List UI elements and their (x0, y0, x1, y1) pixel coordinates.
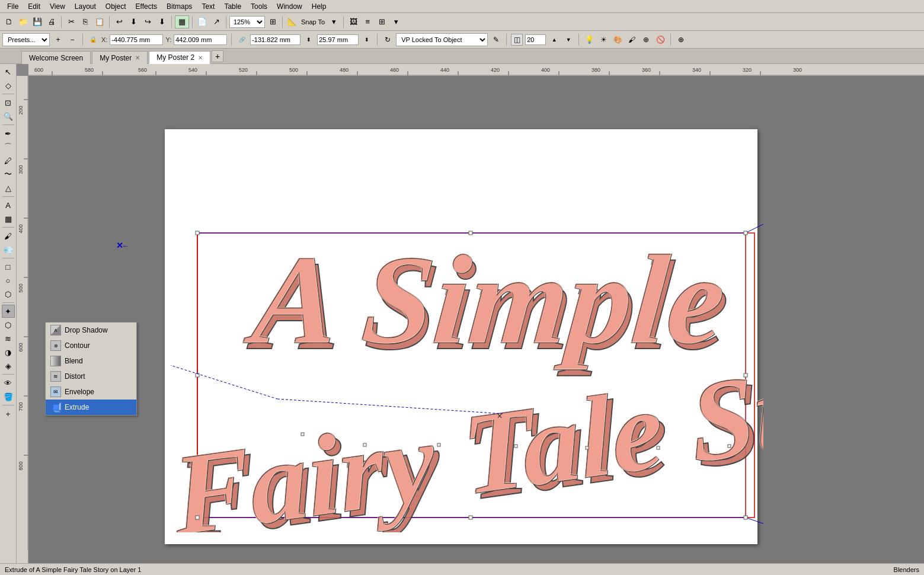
menu-edit[interactable]: Edit (23, 1, 45, 12)
menu-bitmaps[interactable]: Bitmaps (162, 1, 197, 12)
tab-my-poster-2[interactable]: My Poster 2 ✕ (149, 51, 210, 64)
distort-tool[interactable]: ≋ (2, 332, 15, 345)
height-arrows[interactable]: ⬍ (361, 34, 373, 46)
import-button[interactable]: ▦ (175, 15, 189, 28)
size-lock[interactable]: 🔗 (236, 34, 248, 46)
menu-tools[interactable]: Tools (246, 1, 272, 12)
transform-btn[interactable]: ↻ (382, 34, 394, 46)
width-input[interactable] (250, 34, 300, 45)
tab-my-poster[interactable]: My Poster ✕ (92, 51, 148, 64)
bspline-tool[interactable]: 〜 (2, 168, 15, 181)
clear-btn[interactable]: 🚫 (654, 34, 666, 46)
view-btn3[interactable]: ⊞ (375, 15, 388, 28)
ctx-contour[interactable]: ⊕ Contour (46, 338, 136, 353)
undo-arrow[interactable]: ⬇ (127, 15, 140, 28)
menu-layout[interactable]: Layout (70, 1, 101, 12)
shape-tool[interactable]: ◇ (2, 79, 15, 92)
zoom-select[interactable]: 125% 100% 150% (229, 16, 265, 28)
view-dropdown[interactable]: ▾ (389, 15, 402, 28)
table-tool[interactable]: ▦ (2, 212, 15, 225)
select-tool[interactable]: ↖ (2, 65, 15, 78)
new-button[interactable]: 🗋 (2, 15, 15, 28)
menu-effects[interactable]: Effects (131, 1, 162, 12)
menu-object[interactable]: Object (101, 1, 131, 12)
export-button[interactable]: ↗ (210, 15, 223, 28)
vp-edit-btn[interactable]: ✎ (490, 34, 502, 46)
new-tab-button[interactable]: + (212, 50, 223, 62)
preset-add-button[interactable]: + (52, 34, 64, 46)
width-arrows[interactable]: ⬍ (303, 34, 315, 46)
color-eye-tool[interactable]: 👁 (2, 376, 15, 389)
paint-tool[interactable]: 🖌 (2, 229, 15, 242)
effects-tool[interactable]: ✦ (2, 305, 15, 318)
ctx-envelope[interactable]: ✉ Envelope (46, 384, 136, 400)
light-btn2[interactable]: ☀ (597, 34, 609, 46)
ctx-extrude[interactable]: Extrude (46, 400, 136, 415)
blend-tool[interactable]: ⬡ (2, 318, 15, 331)
preset-remove-button[interactable]: − (66, 34, 78, 46)
x-input[interactable] (110, 34, 163, 45)
svg-rect-62 (196, 231, 199, 235)
snap-dropdown[interactable]: ▾ (327, 15, 340, 28)
redo-button[interactable]: ↪ (141, 15, 154, 28)
add-point-btn[interactable]: ⊕ (675, 34, 687, 46)
view-btn1[interactable]: 🖼 (347, 15, 360, 28)
fill-tool[interactable]: 🪣 (2, 390, 15, 403)
save-button[interactable]: 💾 (31, 15, 44, 28)
menu-file[interactable]: File (2, 1, 23, 12)
angle-down[interactable]: ▼ (562, 34, 574, 46)
pen-tool[interactable]: 🖊 (2, 154, 15, 167)
tab-welcome-screen[interactable]: Welcome Screen (21, 51, 91, 64)
copy-button[interactable]: ⎘ (79, 15, 92, 28)
menu-window[interactable]: Window (272, 1, 307, 12)
poly-tool[interactable]: △ (2, 181, 15, 194)
menu-view[interactable]: View (45, 1, 70, 12)
color-btn1[interactable]: 🎨 (612, 34, 624, 46)
arrow-indicator: ← (122, 242, 129, 250)
undo-button[interactable]: ↩ (113, 15, 126, 28)
lock-btn[interactable]: 🔒 (87, 34, 99, 46)
shadow-tool[interactable]: ◑ (2, 346, 15, 359)
ctx-blend[interactable]: Blend (46, 353, 136, 369)
open-button[interactable]: 📁 (17, 15, 30, 28)
rect-tool[interactable]: □ (2, 260, 15, 273)
color-btn2[interactable]: 🖌 (626, 34, 638, 46)
zoom-fit[interactable]: ⊞ (266, 15, 279, 28)
angle-up[interactable]: ▲ (548, 34, 560, 46)
view-btn2[interactable]: ≡ (361, 15, 374, 28)
ctx-drop-shadow[interactable]: A Drop Shadow (46, 322, 136, 338)
bezier-tool[interactable]: ⌒ (2, 140, 15, 154)
extrude-copy-btn[interactable]: ⊕ (640, 34, 652, 46)
svg-line-54 (746, 194, 763, 233)
redo-arrow[interactable]: ⬇ (155, 15, 168, 28)
ellipse-tool[interactable]: ○ (2, 274, 15, 287)
text-tool[interactable]: A (2, 199, 15, 212)
crop-tool[interactable]: ⊡ (2, 96, 15, 109)
vp-select[interactable]: VP Locked To Object VP Locked To Page (396, 33, 488, 46)
tab-my-poster-close[interactable]: ✕ (135, 55, 140, 61)
cut-button[interactable]: ✂ (65, 15, 78, 28)
publish-button[interactable]: 📄 (196, 15, 209, 28)
toolbar1: 🗋 📁 💾 🖨 ✂ ⎘ 📋 ↩ ⬇ ↪ ⬇ ▦ 📄 ↗ 125% 100% 15… (0, 13, 924, 31)
tab-my-poster-2-close[interactable]: ✕ (198, 55, 203, 61)
menu-text[interactable]: Text (197, 1, 219, 12)
polygon-tool[interactable]: ⬡ (2, 288, 15, 301)
transparency-tool[interactable]: ◈ (2, 359, 15, 372)
connector-tool[interactable]: + (2, 407, 15, 420)
snap-to-btn[interactable]: 📐 (286, 15, 299, 28)
svg-marker-83 (53, 410, 61, 413)
y-input[interactable] (174, 34, 227, 45)
print-button[interactable]: 🖨 (45, 15, 58, 28)
freehand-tool[interactable]: ✒ (2, 127, 15, 140)
menu-help[interactable]: Help (307, 1, 331, 12)
paste-button[interactable]: 📋 (93, 15, 106, 28)
height-input[interactable] (317, 34, 359, 45)
menu-table[interactable]: Table (219, 1, 246, 12)
spray-tool[interactable]: 💨 (2, 243, 15, 256)
light-btn1[interactable]: 💡 (583, 34, 595, 46)
angle-input[interactable] (525, 34, 546, 45)
ctx-distort[interactable]: ≋ Distort (46, 369, 136, 384)
zoom-tool[interactable]: 🔍 (2, 110, 15, 123)
depth-btn[interactable]: ◫ (511, 34, 523, 46)
presets-select[interactable]: Presets... (2, 33, 50, 46)
